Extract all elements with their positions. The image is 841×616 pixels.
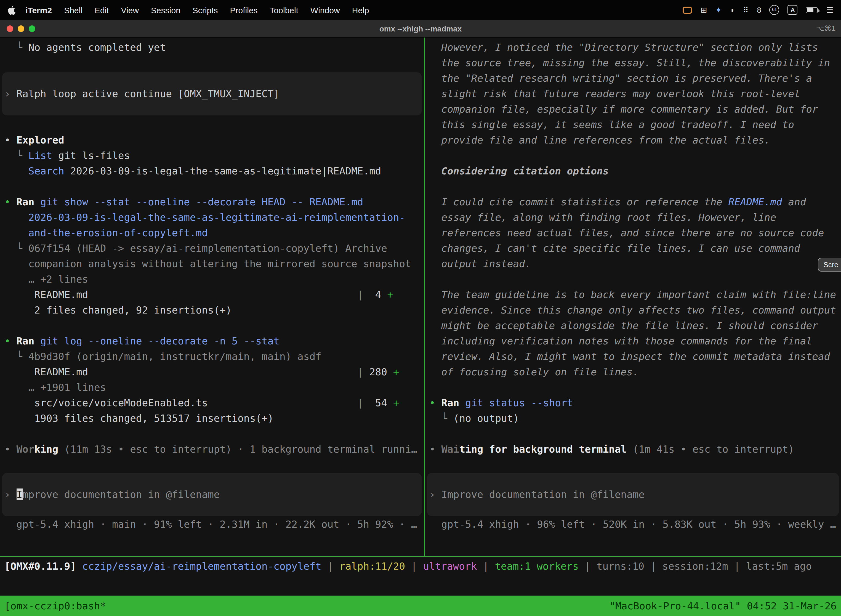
battery-percent-icon[interactable]: 61 <box>769 5 779 15</box>
terminal-line: • Ran git log --oneline --decorate -n 5 … <box>0 333 424 349</box>
terminal-line: • Waiting for background terminal (1m 41… <box>425 441 841 457</box>
left-terminal-pane[interactable]: └ No agents completed yet› Ralph loop ac… <box>0 38 424 556</box>
text-segment: … +2 lines <box>4 273 88 285</box>
app-8-icon[interactable]: 8 <box>757 6 761 14</box>
text-segment: • <box>4 134 16 146</box>
text-segment: ralph:11/20 <box>339 560 405 572</box>
terminal-line: • Working (11m 13s • esc to interrupt) ·… <box>0 441 424 457</box>
terminal-line: The team guideline is to back every impo… <box>425 287 841 302</box>
input-source-icon[interactable]: A <box>788 5 798 15</box>
terminal-line: of focusing solely on file lines. <box>425 364 841 380</box>
text-segment: Ran <box>441 397 459 408</box>
text-segment: | <box>405 560 423 572</box>
text-segment: Wor <box>16 443 34 455</box>
minimize-window-button[interactable] <box>18 25 24 32</box>
terminal-line: Search 2026-03-09-is-legal-the-same-as-l… <box>0 163 424 179</box>
menu-list-icon[interactable]: ☰ <box>826 6 833 14</box>
menu-item-iterm2[interactable]: iTerm2 <box>25 5 52 15</box>
terminal-line: including verification notes with those … <box>425 333 841 349</box>
text-segment: • <box>429 397 441 408</box>
text-segment: | <box>728 560 746 572</box>
apple-icon <box>8 5 15 15</box>
terminal-line: › Ralph loop active continue [OMX_TMUX_I… <box>2 86 422 101</box>
tmux-host-time-label: "MacBook-Pro-44.local" 04:52 31-Mar-26 <box>609 600 837 612</box>
text-segment: + <box>393 366 399 378</box>
terminal-line: Considering citation options <box>425 163 841 179</box>
screen-recording-icon[interactable] <box>683 6 692 13</box>
terminal-line: this single essay, it seems like a good … <box>425 117 841 132</box>
text-segment: and <box>782 196 806 208</box>
terminal-line: src/voice/voiceModeEnabled.ts | 54 + <box>0 395 424 411</box>
omx-status-bar: [OMX#0.11.9] cczip/essay/ai-reimplementa… <box>0 557 841 576</box>
terminal-line: └ (no output) <box>425 411 841 426</box>
text-segment: git log --oneline --decorate -n 5 --stat <box>40 335 280 347</box>
left-input-line[interactable]: › Improve documentation in @filename <box>2 487 220 502</box>
menu-item-window[interactable]: Window <box>311 5 340 15</box>
menu-item-toolbelt[interactable]: Toolbelt <box>270 5 298 15</box>
dots-grid-icon[interactable]: ⠿ <box>743 6 749 14</box>
text-segment: 2 files changed, 92 insertions(+) <box>4 304 232 316</box>
left-pane-lines: └ No agents completed yet› Ralph loop ac… <box>0 38 424 457</box>
text-segment: | <box>579 560 596 572</box>
menu-item-session[interactable]: Session <box>151 5 180 15</box>
text-segment: 54 <box>363 397 393 408</box>
text-segment: List <box>28 150 53 161</box>
right-input-line[interactable]: › Improve documentation in @filename <box>427 487 645 502</box>
right-terminal-pane[interactable]: However, I noticed the "Directory Struct… <box>425 38 841 556</box>
text-segment: › <box>4 88 16 99</box>
zoom-window-button[interactable] <box>29 25 35 32</box>
text-segment: git status --short <box>465 397 573 408</box>
terminal-line: README.md | 280 + <box>0 364 424 380</box>
text-segment: • <box>4 335 16 347</box>
terminal-line <box>0 318 424 333</box>
text-segment: (no output) <box>453 412 519 424</box>
text-segment: references need actual files, and since … <box>429 227 824 238</box>
window-grid-icon[interactable]: ⊞ <box>700 6 707 14</box>
text-segment: + <box>387 289 393 300</box>
text-segment: | <box>357 397 363 408</box>
menu-item-profiles[interactable]: Profiles <box>230 5 258 15</box>
terminal-line: └ List git ls-files <box>0 148 424 163</box>
text-segment <box>88 366 357 378</box>
terminal-line: 2026-03-09-is-legal-the-same-as-legitima… <box>0 210 424 225</box>
terminal-line <box>425 426 841 441</box>
dark-app-icon[interactable]: ◗ <box>730 6 735 14</box>
text-segment: companion file, especially if more comme… <box>429 103 818 115</box>
text-segment: provide file and line references from th… <box>429 134 770 146</box>
text-segment: src/voice/voiceModeEnabled.ts <box>4 397 208 408</box>
text-segment: › <box>4 488 16 500</box>
apple-menu[interactable] <box>8 5 15 15</box>
text-segment: Ran <box>16 196 34 208</box>
terminal-line <box>0 117 424 132</box>
terminal-line: changes, I can't cite specific file line… <box>425 241 841 256</box>
text-segment <box>34 335 40 347</box>
text-segment: Improve documentation in @filename <box>441 488 645 500</box>
left-input-box[interactable]: › Improve documentation in @filename <box>2 473 422 516</box>
text-segment: ultrawork <box>423 560 477 572</box>
text-segment: this single essay, it seems like a good … <box>429 119 794 130</box>
terminal-line <box>425 179 841 194</box>
menu-item-shell[interactable]: Shell <box>64 5 82 15</box>
menu-item-help[interactable]: Help <box>352 5 369 15</box>
menu-status-icons: ⊞✦◗⠿861A☰ <box>683 5 833 15</box>
text-segment: Wai <box>441 443 459 455</box>
menu-item-view[interactable]: View <box>121 5 139 15</box>
blue-app-icon[interactable]: ✦ <box>715 6 722 14</box>
text-segment: of focusing solely on file lines. <box>429 366 639 378</box>
terminal-line: evidence. Since this change only affects… <box>425 302 841 318</box>
text-segment: README.md <box>728 196 782 208</box>
menu-item-scripts[interactable]: Scripts <box>193 5 218 15</box>
battery-icon[interactable] <box>806 7 818 13</box>
text-segment: Ran <box>16 335 34 347</box>
terminal-line: … +1901 lines <box>0 380 424 395</box>
text-segment: essay file, along with finding root file… <box>429 211 776 223</box>
menu-item-edit[interactable]: Edit <box>95 5 109 15</box>
window-title-bar[interactable]: omx --xhigh --madmax ⌥⌘1 <box>0 20 841 38</box>
close-window-button[interactable] <box>7 25 13 32</box>
text-segment: └ <box>4 150 28 161</box>
terminal-line: provide file and line references from th… <box>425 132 841 148</box>
right-status-line: gpt-5.4 xhigh · 96% left · 520K in · 5.8… <box>429 517 836 532</box>
right-input-box[interactable]: › Improve documentation in @filename <box>427 473 839 516</box>
screen-overlay-tab[interactable]: Scre <box>818 258 841 271</box>
text-segment: └ <box>429 412 453 424</box>
